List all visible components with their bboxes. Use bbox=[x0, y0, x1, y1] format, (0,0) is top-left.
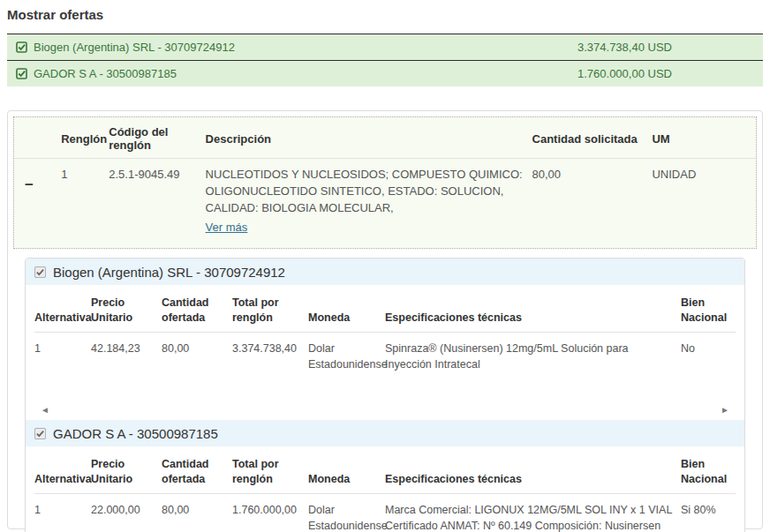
cell-especificaciones: Marca Comercial: LIGONUX 12MG/5ML SOL IN… bbox=[385, 494, 681, 532]
header-moneda: Moneda bbox=[308, 287, 385, 332]
offer-summary-name: Biogen (Argentina) SRL - 30709724912 bbox=[16, 41, 578, 54]
cell-cantidad-ofertada: 80,00 bbox=[162, 494, 232, 532]
cell-descripcion: NUCLEOTIDOS Y NUCLEOSIDOS; COMPUESTO QUI… bbox=[206, 159, 532, 242]
scroll-left-icon[interactable]: ◄ bbox=[41, 406, 49, 415]
cell-especificaciones: Spinraza® (Nusinersen) 12mg/5mL Solución… bbox=[385, 333, 681, 377]
line-items-header-row: Renglón Código del renglón Descripción C… bbox=[14, 117, 756, 159]
offer-section-title: GADOR S A - 30500987185 bbox=[53, 426, 218, 441]
offer-summary-row[interactable]: GADOR S A - 30500987185 1.760.000,00 USD bbox=[7, 60, 763, 86]
header-alternativa: Alternativa bbox=[34, 287, 91, 332]
header-precio-unitario: Precio Unitario bbox=[91, 287, 162, 332]
descripcion-text: NUCLEOTIDOS Y NUCLEOSIDOS; COMPUESTO QUI… bbox=[206, 168, 523, 214]
offer-section-gador: GADOR S A - 30500987185 Alternativa Prec… bbox=[26, 420, 744, 532]
ver-mas-link[interactable]: Ver más bbox=[206, 220, 248, 236]
offers-summary-table: Biogen (Argentina) SRL - 30709724912 3.3… bbox=[7, 34, 763, 86]
scroll-right-icon[interactable]: ► bbox=[721, 406, 729, 415]
header-especificaciones: Especificaciones técnicas bbox=[385, 448, 681, 493]
offer-table-header-row: Alternativa Precio Unitario Cantidad ofe… bbox=[34, 448, 736, 493]
header-total-por-renglon: Total por renglón bbox=[232, 287, 308, 332]
line-item-box: Renglón Código del renglón Descripción C… bbox=[13, 116, 757, 249]
header-cantidad-solicitada: Cantidad solicitada bbox=[532, 117, 653, 159]
cell-cantidad: 80,00 bbox=[532, 159, 653, 242]
offer-table-header-row: Alternativa Precio Unitario Cantidad ofe… bbox=[34, 287, 736, 332]
header-codigo-renglon: Código del renglón bbox=[109, 117, 205, 159]
offer-section-header: GADOR S A - 30500987185 bbox=[26, 420, 744, 446]
offer-summary-label: GADOR S A - 30500987185 bbox=[34, 67, 177, 80]
cell-bien-nacional: Si 80% bbox=[681, 494, 736, 532]
offer-summary-row[interactable]: Biogen (Argentina) SRL - 30709724912 3.3… bbox=[7, 34, 763, 60]
offer-section-title: Biogen (Argentina) SRL - 30709724912 bbox=[53, 265, 285, 280]
header-total-por-renglon: Total por renglón bbox=[232, 448, 308, 493]
header-descripcion: Descripción bbox=[206, 117, 532, 159]
check-square-icon bbox=[16, 41, 27, 53]
cell-codigo: 2.5.1-9045.49 bbox=[109, 159, 205, 242]
collapse-cell: − bbox=[14, 159, 61, 242]
cell-total-por-renglon: 1.760.000,00 bbox=[232, 494, 308, 532]
cell-precio-unitario: 22.000,00 bbox=[91, 494, 162, 532]
header-renglon: Renglón bbox=[61, 117, 109, 159]
header-moneda: Moneda bbox=[308, 448, 385, 493]
cell-moneda: Dolar Estadounidense bbox=[308, 494, 385, 532]
offer-section-biogen: Biogen (Argentina) SRL - 30709724912 Alt… bbox=[26, 259, 744, 417]
header-um: UM bbox=[652, 117, 756, 159]
offer-table: Alternativa Precio Unitario Cantidad ofe… bbox=[34, 287, 736, 376]
cell-cantidad-ofertada: 80,00 bbox=[162, 333, 232, 377]
header-cantidad-ofertada: Cantidad ofertada bbox=[162, 287, 232, 332]
cell-moneda: Dolar Estadounidense bbox=[308, 333, 385, 377]
supplier-offers-panel: Biogen (Argentina) SRL - 30709724912 Alt… bbox=[25, 258, 745, 532]
offer-summary-amount: 3.374.738,40 USD bbox=[578, 41, 754, 54]
cell-bien-nacional: No bbox=[681, 333, 736, 377]
line-items-table: Renglón Código del renglón Descripción C… bbox=[14, 117, 756, 241]
header-bien-nacional: Bien Nacional bbox=[681, 448, 736, 493]
header-precio-unitario: Precio Unitario bbox=[91, 448, 162, 493]
offers-detail-panel: Renglón Código del renglón Descripción C… bbox=[7, 110, 763, 529]
offer-table: Alternativa Precio Unitario Cantidad ofe… bbox=[34, 448, 736, 532]
checkbox-checked-icon[interactable] bbox=[34, 428, 46, 439]
offer-table-area: Alternativa Precio Unitario Cantidad ofe… bbox=[26, 285, 744, 417]
offer-summary-name: GADOR S A - 30500987185 bbox=[16, 67, 578, 80]
page: Mostrar ofertas Biogen (Argentina) SRL -… bbox=[0, 0, 770, 532]
header-alternativa: Alternativa bbox=[34, 448, 91, 493]
cell-alternativa: 1 bbox=[34, 494, 91, 532]
header-bien-nacional: Bien Nacional bbox=[681, 287, 736, 332]
collapse-row-button[interactable]: − bbox=[25, 181, 34, 190]
header-especificaciones: Especificaciones técnicas bbox=[385, 287, 681, 332]
offer-table-area: Alternativa Precio Unitario Cantidad ofe… bbox=[26, 446, 744, 532]
offer-row: 1 42.184,23 80,00 3.374.738,40 Dolar Est… bbox=[34, 333, 736, 377]
line-item-row: − 1 2.5.1-9045.49 NUCLEOTIDOS Y NUCLEOSI… bbox=[14, 159, 756, 242]
cell-total-por-renglon: 3.374.738,40 bbox=[232, 333, 308, 377]
page-title: Mostrar ofertas bbox=[7, 7, 763, 22]
header-spacer bbox=[14, 117, 61, 159]
cell-renglon: 1 bbox=[61, 159, 109, 242]
header-cantidad-ofertada: Cantidad ofertada bbox=[162, 448, 232, 493]
horizontal-scrollbar[interactable]: ◄ ► bbox=[34, 402, 736, 417]
check-square-icon bbox=[16, 68, 27, 79]
cell-um: UNIDAD bbox=[652, 159, 756, 242]
cell-alternativa: 1 bbox=[34, 333, 91, 377]
offer-summary-label: Biogen (Argentina) SRL - 30709724912 bbox=[34, 41, 235, 54]
offer-row: 1 22.000,00 80,00 1.760.000,00 Dolar Est… bbox=[34, 494, 736, 532]
offer-summary-amount: 1.760.000,00 USD bbox=[578, 67, 754, 80]
offer-section-header: Biogen (Argentina) SRL - 30709724912 bbox=[26, 259, 744, 285]
checkbox-checked-icon[interactable] bbox=[34, 266, 46, 278]
cell-precio-unitario: 42.184,23 bbox=[91, 333, 162, 377]
especificaciones-text: Marca Comercial: LIGONUX 12MG/5ML SOL IN… bbox=[385, 504, 672, 532]
